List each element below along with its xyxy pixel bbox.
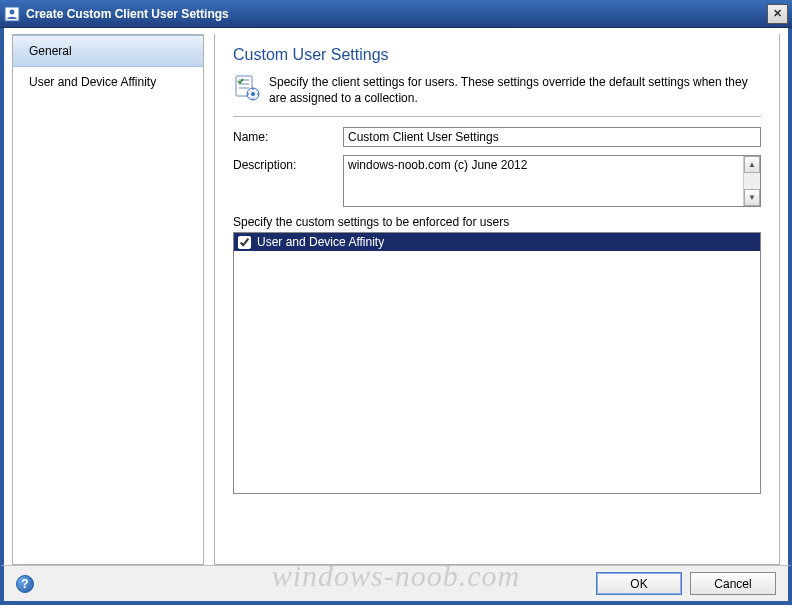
description-value[interactable]: windows-noob.com (c) June 2012 (344, 156, 743, 206)
name-label: Name: (233, 127, 343, 144)
titlebar: Create Custom Client User Settings ✕ (0, 0, 792, 28)
settings-list[interactable]: User and Device Affinity (233, 232, 761, 494)
main-panel: Custom User Settings Specify the cl (214, 34, 780, 565)
enforce-label: Specify the custom settings to be enforc… (233, 215, 761, 229)
scrollbar[interactable]: ▲ ▼ (743, 156, 760, 206)
name-input[interactable] (343, 127, 761, 147)
window-body: General User and Device Affinity Custom … (0, 28, 792, 565)
footer: ? OK Cancel (0, 565, 792, 605)
app-icon (4, 6, 20, 22)
svg-point-1 (10, 9, 15, 14)
settings-checkbox[interactable] (238, 236, 251, 249)
description-label: Description: (233, 155, 343, 172)
ok-button[interactable]: OK (596, 572, 682, 595)
settings-row-user-device-affinity[interactable]: User and Device Affinity (234, 233, 760, 251)
description-field[interactable]: windows-noob.com (c) June 2012 ▲ ▼ (343, 155, 761, 207)
sidebar-item-label: User and Device Affinity (29, 75, 156, 89)
sidebar: General User and Device Affinity (12, 34, 204, 565)
name-row: Name: (233, 127, 761, 147)
page-heading: Custom User Settings (233, 46, 761, 64)
sidebar-item-user-device-affinity[interactable]: User and Device Affinity (13, 67, 203, 97)
svg-point-7 (251, 92, 255, 96)
scroll-up-button[interactable]: ▲ (744, 156, 760, 173)
settings-row-label: User and Device Affinity (257, 235, 384, 249)
intro-text: Specify the client settings for users. T… (269, 74, 761, 106)
intro-row: Specify the client settings for users. T… (233, 74, 761, 106)
settings-icon (233, 74, 261, 105)
close-button[interactable]: ✕ (767, 4, 788, 24)
help-icon[interactable]: ? (16, 575, 34, 593)
scroll-down-button[interactable]: ▼ (744, 189, 760, 206)
sidebar-item-general[interactable]: General (13, 35, 203, 67)
window-title: Create Custom Client User Settings (26, 7, 767, 21)
description-row: Description: windows-noob.com (c) June 2… (233, 155, 761, 207)
cancel-button[interactable]: Cancel (690, 572, 776, 595)
divider (233, 116, 761, 117)
sidebar-item-label: General (29, 44, 72, 58)
